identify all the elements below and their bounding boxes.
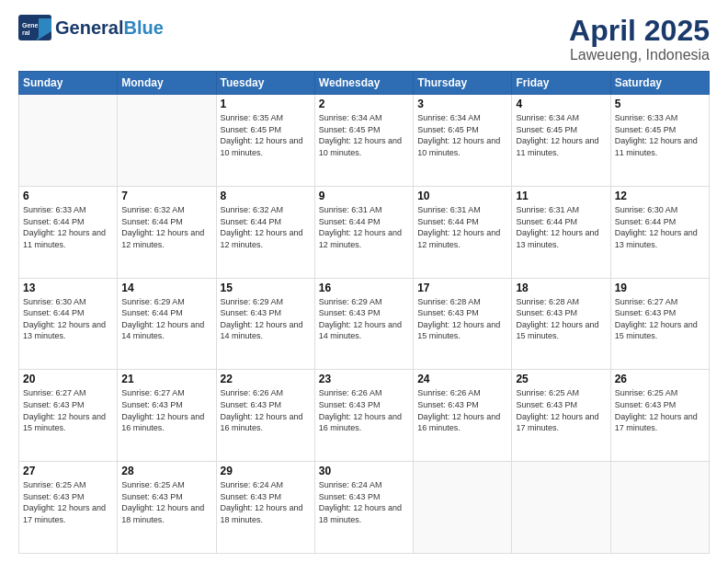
day-info: Sunrise: 6:28 AM Sunset: 6:43 PM Dayligh… [417,296,507,342]
calendar-subtitle: Laweueng, Indonesia [569,47,710,63]
calendar-week-row: 13Sunrise: 6:30 AM Sunset: 6:44 PM Dayli… [19,278,710,370]
day-info: Sunrise: 6:25 AM Sunset: 6:43 PM Dayligh… [516,387,606,433]
day-number: 4 [516,98,606,110]
day-info: Sunrise: 6:32 AM Sunset: 6:44 PM Dayligh… [121,204,211,250]
day-number: 23 [319,373,409,385]
day-number: 2 [319,98,409,110]
table-row: 6Sunrise: 6:33 AM Sunset: 6:44 PM Daylig… [19,186,118,278]
table-row: 1Sunrise: 6:35 AM Sunset: 6:45 PM Daylig… [216,95,314,187]
day-number: 21 [121,373,211,385]
day-number: 10 [417,190,507,202]
table-row: 20Sunrise: 6:27 AM Sunset: 6:43 PM Dayli… [19,370,118,462]
day-number: 16 [319,282,409,294]
header: Gene ral GeneralBlue April 2025 Laweueng… [18,15,710,63]
table-row: 11Sunrise: 6:31 AM Sunset: 6:44 PM Dayli… [512,186,610,278]
day-info: Sunrise: 6:26 AM Sunset: 6:43 PM Dayligh… [417,387,507,433]
col-tuesday: Tuesday [216,72,314,95]
day-number: 6 [23,190,113,202]
day-number: 22 [221,373,311,385]
table-row: 23Sunrise: 6:26 AM Sunset: 6:43 PM Dayli… [314,370,413,462]
day-info: Sunrise: 6:28 AM Sunset: 6:43 PM Dayligh… [516,296,606,342]
day-info: Sunrise: 6:34 AM Sunset: 6:45 PM Dayligh… [319,112,409,158]
table-row: 30Sunrise: 6:24 AM Sunset: 6:43 PM Dayli… [314,462,413,554]
day-info: Sunrise: 6:25 AM Sunset: 6:43 PM Dayligh… [23,479,113,525]
day-number: 27 [23,465,113,477]
table-row: 16Sunrise: 6:29 AM Sunset: 6:43 PM Dayli… [314,278,413,370]
table-row [610,462,709,554]
table-row: 21Sunrise: 6:27 AM Sunset: 6:43 PM Dayli… [118,370,216,462]
day-info: Sunrise: 6:31 AM Sunset: 6:44 PM Dayligh… [417,204,507,250]
day-number: 26 [615,373,705,385]
day-number: 25 [516,373,606,385]
day-info: Sunrise: 6:34 AM Sunset: 6:45 PM Dayligh… [417,112,507,158]
day-number: 14 [121,282,211,294]
table-row [512,462,610,554]
day-info: Sunrise: 6:30 AM Sunset: 6:44 PM Dayligh… [23,296,113,342]
day-info: Sunrise: 6:27 AM Sunset: 6:43 PM Dayligh… [615,296,705,342]
title-block: April 2025 Laweueng, Indonesia [569,15,710,63]
day-number: 28 [121,465,211,477]
day-number: 29 [221,465,311,477]
col-monday: Monday [118,72,216,95]
calendar-week-row: 6Sunrise: 6:33 AM Sunset: 6:44 PM Daylig… [19,186,710,278]
table-row: 29Sunrise: 6:24 AM Sunset: 6:43 PM Dayli… [216,462,314,554]
day-info: Sunrise: 6:25 AM Sunset: 6:43 PM Dayligh… [121,479,211,525]
table-row: 13Sunrise: 6:30 AM Sunset: 6:44 PM Dayli… [19,278,118,370]
table-row: 5Sunrise: 6:33 AM Sunset: 6:45 PM Daylig… [610,95,709,187]
col-saturday: Saturday [610,72,709,95]
table-row: 8Sunrise: 6:32 AM Sunset: 6:44 PM Daylig… [216,186,314,278]
calendar-week-row: 1Sunrise: 6:35 AM Sunset: 6:45 PM Daylig… [19,95,710,187]
calendar-week-row: 27Sunrise: 6:25 AM Sunset: 6:43 PM Dayli… [19,462,710,554]
col-friday: Friday [512,72,610,95]
day-number: 1 [221,98,311,110]
day-info: Sunrise: 6:34 AM Sunset: 6:45 PM Dayligh… [516,112,606,158]
svg-text:Gene: Gene [22,22,39,29]
table-row [414,462,512,554]
day-number: 30 [319,465,409,477]
logo-icon: Gene ral [18,15,51,40]
day-number: 15 [221,282,311,294]
day-info: Sunrise: 6:30 AM Sunset: 6:44 PM Dayligh… [615,204,705,250]
table-row: 7Sunrise: 6:32 AM Sunset: 6:44 PM Daylig… [118,186,216,278]
day-number: 11 [516,190,606,202]
day-info: Sunrise: 6:32 AM Sunset: 6:44 PM Dayligh… [221,204,311,250]
day-info: Sunrise: 6:24 AM Sunset: 6:43 PM Dayligh… [319,479,409,525]
logo-text-line1: GeneralBlue [55,17,164,38]
day-info: Sunrise: 6:29 AM Sunset: 6:43 PM Dayligh… [319,296,409,342]
day-info: Sunrise: 6:33 AM Sunset: 6:44 PM Dayligh… [23,204,113,250]
svg-text:ral: ral [22,29,30,36]
table-row: 15Sunrise: 6:29 AM Sunset: 6:43 PM Dayli… [216,278,314,370]
calendar-week-row: 20Sunrise: 6:27 AM Sunset: 6:43 PM Dayli… [19,370,710,462]
table-row: 10Sunrise: 6:31 AM Sunset: 6:44 PM Dayli… [414,186,512,278]
logo: Gene ral GeneralBlue [18,15,164,40]
day-number: 17 [417,282,507,294]
table-row: 19Sunrise: 6:27 AM Sunset: 6:43 PM Dayli… [610,278,709,370]
day-info: Sunrise: 6:27 AM Sunset: 6:43 PM Dayligh… [121,387,211,433]
calendar-title: April 2025 [569,15,710,47]
table-row: 26Sunrise: 6:25 AM Sunset: 6:43 PM Dayli… [610,370,709,462]
page: Gene ral GeneralBlue April 2025 Laweueng… [0,0,728,563]
day-info: Sunrise: 6:33 AM Sunset: 6:45 PM Dayligh… [615,112,705,158]
day-info: Sunrise: 6:29 AM Sunset: 6:44 PM Dayligh… [121,296,211,342]
table-row: 28Sunrise: 6:25 AM Sunset: 6:43 PM Dayli… [118,462,216,554]
day-number: 8 [221,190,311,202]
calendar-header-row: Sunday Monday Tuesday Wednesday Thursday… [19,72,710,95]
day-number: 19 [615,282,705,294]
table-row: 24Sunrise: 6:26 AM Sunset: 6:43 PM Dayli… [414,370,512,462]
col-thursday: Thursday [414,72,512,95]
day-number: 7 [121,190,211,202]
day-info: Sunrise: 6:26 AM Sunset: 6:43 PM Dayligh… [221,387,311,433]
day-number: 9 [319,190,409,202]
table-row: 27Sunrise: 6:25 AM Sunset: 6:43 PM Dayli… [19,462,118,554]
day-info: Sunrise: 6:27 AM Sunset: 6:43 PM Dayligh… [23,387,113,433]
day-info: Sunrise: 6:31 AM Sunset: 6:44 PM Dayligh… [319,204,409,250]
table-row: 9Sunrise: 6:31 AM Sunset: 6:44 PM Daylig… [314,186,413,278]
day-number: 24 [417,373,507,385]
calendar-table: Sunday Monday Tuesday Wednesday Thursday… [18,71,710,554]
day-info: Sunrise: 6:29 AM Sunset: 6:43 PM Dayligh… [221,296,311,342]
day-number: 20 [23,373,113,385]
day-number: 3 [417,98,507,110]
day-number: 13 [23,282,113,294]
day-info: Sunrise: 6:35 AM Sunset: 6:45 PM Dayligh… [221,112,311,158]
day-info: Sunrise: 6:26 AM Sunset: 6:43 PM Dayligh… [319,387,409,433]
